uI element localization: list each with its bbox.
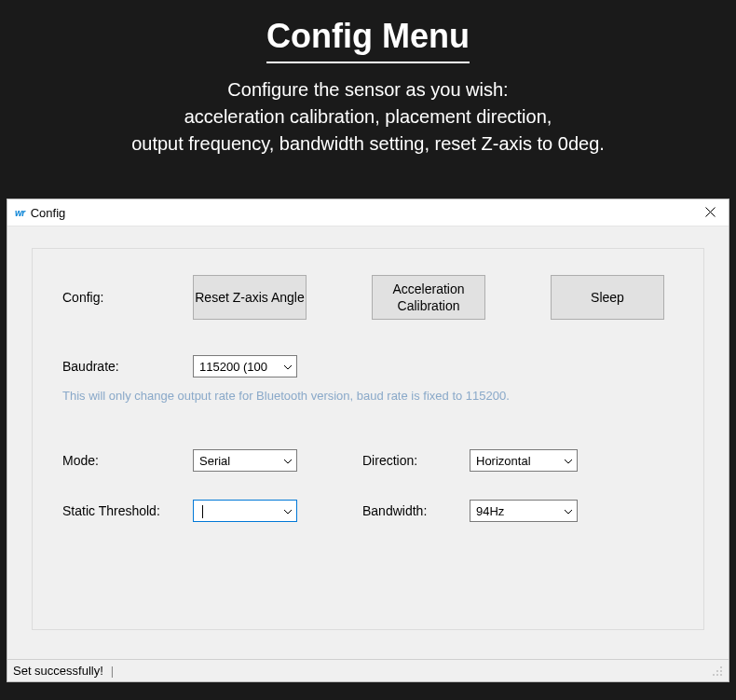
baudrate-value: 115200 (100: [194, 360, 279, 374]
close-icon: [705, 207, 716, 217]
chevron-down-icon: [279, 456, 296, 466]
status-text: Set successfully!: [13, 664, 103, 678]
text-cursor: [202, 505, 203, 518]
bandwidth-select[interactable]: 94Hz: [470, 500, 578, 522]
close-button[interactable]: [701, 203, 719, 222]
direction-select[interactable]: Horizontal: [470, 449, 578, 472]
acceleration-calibration-button[interactable]: Acceleration Calibration: [372, 275, 485, 320]
window-title: Config: [31, 206, 66, 220]
chevron-down-icon: [279, 362, 296, 372]
app-icon: wr: [15, 208, 25, 218]
svg-point-7: [720, 674, 722, 676]
reset-z-axis-label: Reset Z-axis Angle: [195, 289, 305, 306]
acceleration-calibration-label: Acceleration Calibration: [373, 281, 484, 314]
status-separator: |: [107, 664, 117, 678]
svg-point-4: [720, 670, 722, 672]
sleep-button[interactable]: Sleep: [551, 275, 664, 320]
static-threshold-select[interactable]: [193, 500, 297, 522]
baudrate-label: Baudrate:: [62, 359, 193, 374]
mode-label: Mode:: [62, 453, 193, 468]
desc-line-2: acceleration calibration, placement dire…: [0, 103, 736, 130]
chevron-down-icon: [560, 456, 577, 466]
baudrate-select[interactable]: 115200 (100: [193, 355, 297, 377]
page-description: Configure the sensor as you wish: accele…: [0, 76, 736, 158]
page-header: Config Menu Configure the sensor as you …: [0, 0, 736, 158]
bandwidth-label: Bandwidth:: [362, 503, 470, 518]
chevron-down-icon: [560, 506, 577, 516]
chevron-down-icon: [279, 506, 296, 516]
svg-point-5: [713, 674, 715, 676]
direction-label: Direction:: [362, 453, 470, 468]
svg-point-2: [720, 666, 722, 668]
desc-line-3: output frequency, bandwidth setting, res…: [0, 130, 736, 158]
status-bar: Set successfully! |: [7, 659, 729, 681]
mode-value: Serial: [194, 454, 279, 468]
static-threshold-label: Static Threshold:: [62, 503, 193, 518]
reset-z-axis-button[interactable]: Reset Z-axis Angle: [193, 275, 307, 320]
config-label: Config:: [62, 290, 193, 305]
mode-select[interactable]: Serial: [193, 449, 297, 472]
static-threshold-value: [194, 503, 279, 518]
config-window: wr Config Config: Reset Z-axis Angle: [7, 199, 729, 682]
sleep-label: Sleep: [591, 289, 624, 306]
svg-point-6: [716, 674, 718, 676]
window-titlebar: wr Config: [7, 199, 729, 226]
page-title: Config Menu: [266, 17, 470, 63]
baudrate-note: This will only change output rate for Bl…: [62, 389, 674, 403]
direction-value: Horizontal: [470, 454, 560, 468]
svg-point-3: [716, 670, 718, 672]
window-client-area: Config: Reset Z-axis Angle Acceleration …: [7, 226, 729, 659]
config-panel: Config: Reset Z-axis Angle Acceleration …: [32, 248, 704, 630]
resize-grip[interactable]: [712, 666, 723, 677]
bandwidth-value: 94Hz: [470, 504, 560, 518]
desc-line-1: Configure the sensor as you wish:: [0, 76, 736, 103]
